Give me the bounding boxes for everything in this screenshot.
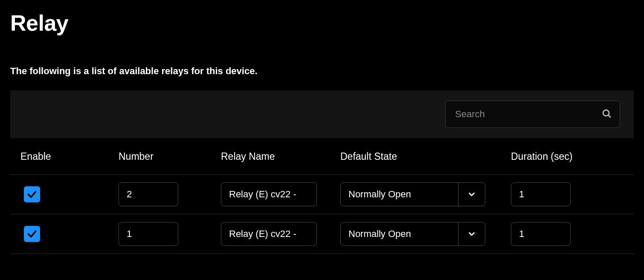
relay-name-input[interactable] — [221, 222, 317, 246]
duration-input[interactable] — [511, 222, 571, 246]
table-toolbar — [10, 90, 634, 138]
select-value: Normally Open — [341, 222, 458, 245]
enable-checkbox[interactable] — [24, 226, 40, 242]
relay-table: Enable Number Relay Name Default State D… — [10, 138, 634, 254]
page-title: Relay — [10, 10, 634, 36]
table-row: Normally Open — [10, 214, 634, 254]
col-header-state: Default State — [330, 138, 501, 175]
table-header-row: Enable Number Relay Name Default State D… — [10, 138, 634, 175]
default-state-select[interactable]: Normally Open — [340, 182, 485, 206]
search-input[interactable] — [445, 101, 620, 128]
default-state-select[interactable]: Normally Open — [340, 222, 485, 246]
col-header-name: Relay Name — [211, 138, 330, 175]
col-header-duration: Duration (sec) — [501, 138, 634, 175]
number-input[interactable] — [119, 222, 178, 246]
search-wrap — [445, 101, 620, 128]
col-header-number: Number — [108, 138, 211, 175]
duration-input[interactable] — [511, 182, 571, 206]
page-description: The following is a list of available rel… — [10, 66, 634, 77]
relay-name-input[interactable] — [221, 182, 317, 206]
chevron-down-icon — [458, 222, 485, 245]
table-row: Normally Open — [10, 175, 634, 214]
chevron-down-icon — [458, 183, 485, 206]
col-header-enable: Enable — [10, 138, 108, 175]
number-input[interactable] — [119, 182, 178, 206]
select-value: Normally Open — [341, 183, 458, 206]
enable-checkbox[interactable] — [24, 186, 40, 202]
